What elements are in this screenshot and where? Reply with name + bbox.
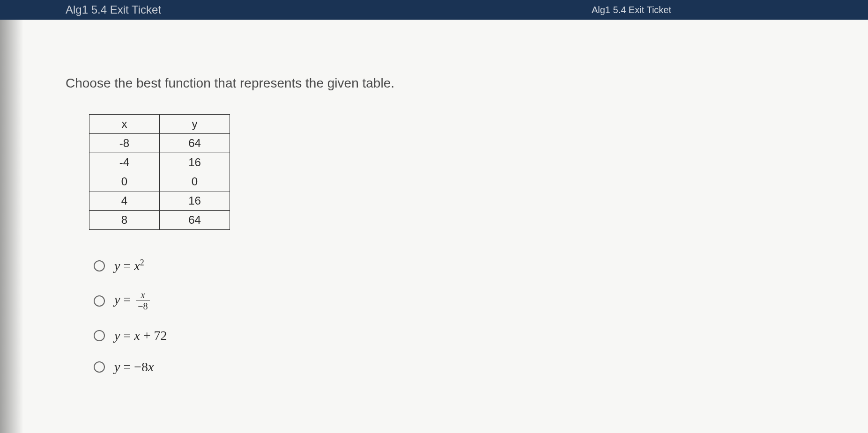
table-row: 8 64: [89, 211, 230, 230]
table-cell: 64: [160, 134, 230, 153]
table-row: 0 0: [89, 172, 230, 191]
table-header-row: x y: [89, 115, 230, 134]
table-cell: 16: [160, 153, 230, 172]
table-cell: -4: [89, 153, 160, 172]
option-4[interactable]: y = −8x: [94, 360, 802, 374]
table-row: -4 16: [89, 153, 230, 172]
table-cell: 16: [160, 191, 230, 211]
radio-button[interactable]: [94, 361, 105, 373]
option-label: y = x −8: [114, 290, 150, 312]
option-2[interactable]: y = x −8: [94, 290, 802, 312]
option-3[interactable]: y = x + 72: [94, 328, 802, 343]
options-container: y = x2 y = x −8 y = x + 72 y =: [94, 258, 802, 374]
breadcrumb-left: Alg1 5.4 Exit Ticket: [66, 3, 161, 16]
question-prompt: Choose the best function that represents…: [66, 76, 802, 91]
radio-button[interactable]: [94, 330, 105, 341]
table-row: 4 16: [89, 191, 230, 211]
table-cell: -8: [89, 134, 160, 153]
option-label: y = x + 72: [114, 328, 167, 343]
breadcrumb-right: Alg1 5.4 Exit Ticket: [592, 5, 671, 15]
table-cell: 0: [160, 172, 230, 191]
option-label: y = −8x: [114, 360, 154, 374]
table-cell: 64: [160, 211, 230, 230]
table-cell: 8: [89, 211, 160, 230]
radio-button[interactable]: [94, 260, 105, 272]
table-header-x: x: [89, 115, 160, 134]
table-cell: 4: [89, 191, 160, 211]
top-navigation-bar: Alg1 5.4 Exit Ticket Alg1 5.4 Exit Ticke…: [0, 0, 868, 20]
radio-button[interactable]: [94, 295, 105, 307]
content-area: Choose the best function that represents…: [0, 20, 868, 433]
table-header-y: y: [160, 115, 230, 134]
table-row: -8 64: [89, 134, 230, 153]
option-1[interactable]: y = x2: [94, 258, 802, 273]
option-label: y = x2: [114, 258, 144, 273]
table-cell: 0: [89, 172, 160, 191]
data-table: x y -8 64 -4 16 0 0 4 16 8 64: [89, 114, 230, 230]
